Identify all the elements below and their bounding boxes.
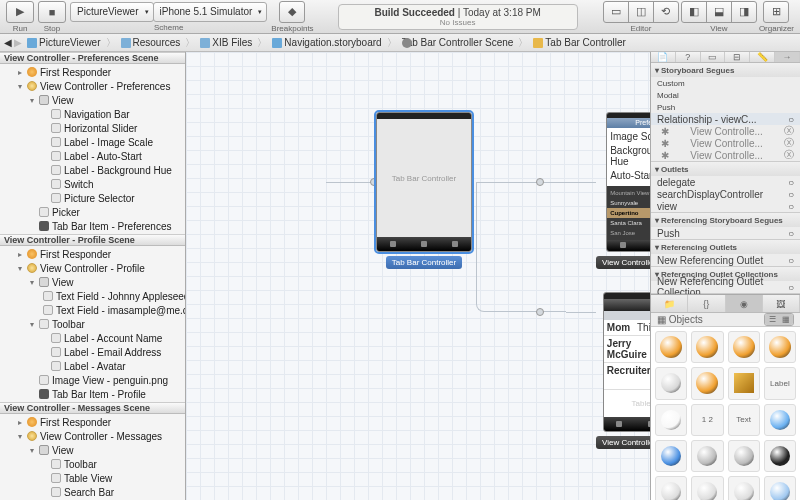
outline-row[interactable]: Search Bar [0, 485, 185, 499]
scene-label[interactable]: View Controller - Messages [596, 436, 650, 449]
outline-row[interactable]: Text Field - Johnny Appleseed [0, 289, 185, 303]
library-item[interactable] [764, 404, 796, 436]
outline-row[interactable]: Label - Account Name [0, 331, 185, 345]
path-item[interactable]: PictureViewer [24, 37, 104, 48]
toggle-utilities-button[interactable]: ◨ [731, 1, 757, 23]
outline-row[interactable]: Horizontal Slider [0, 121, 185, 135]
preferences-phone[interactable]: Preferences Image Scale Background Hue A… [606, 112, 650, 252]
library-item[interactable] [655, 440, 687, 472]
toggle-debug-button[interactable]: ⬓ [706, 1, 732, 23]
library-grid[interactable]: Label1 2TextiAd [651, 327, 800, 500]
path-item[interactable]: XIB Files [197, 37, 255, 48]
preferences-scene[interactable]: Preferences Image Scale Background Hue A… [596, 112, 650, 269]
outlet-row[interactable]: view [657, 201, 677, 212]
assistant-editor-button[interactable]: ◫ [628, 1, 654, 23]
library-item[interactable] [655, 404, 687, 436]
standard-editor-button[interactable]: ▭ [603, 1, 629, 23]
outlet-row[interactable]: searchDisplayController [657, 189, 763, 200]
outline-row[interactable]: ▾View Controller - Messages [0, 429, 185, 443]
outline-row[interactable]: Label - Background Hue [0, 163, 185, 177]
outline-row[interactable]: ▾View Controller - Profile [0, 261, 185, 275]
size-inspector-tab[interactable]: 📏 [750, 52, 775, 62]
document-outline[interactable]: View Controller - Preferences Scene▸Firs… [0, 52, 186, 500]
library-item[interactable] [728, 440, 760, 472]
library-item[interactable]: Label [764, 367, 796, 399]
segue-row[interactable]: Push [651, 101, 800, 113]
path-item[interactable]: Tab Bar Controller Scene [399, 37, 517, 48]
outline-row[interactable]: Tab Bar Item - Preferences [0, 219, 185, 233]
outline-row[interactable]: Label - Avatar [0, 359, 185, 373]
organizer-button[interactable]: ⊞ [763, 1, 789, 23]
outline-row[interactable]: ▸First Responder [0, 415, 185, 429]
outline-row[interactable]: Switch [0, 177, 185, 191]
back-button[interactable]: ◀ [4, 37, 12, 48]
outlet-row[interactable]: delegate [657, 177, 695, 188]
library-item[interactable] [691, 367, 723, 399]
library-item[interactable] [691, 476, 723, 500]
media-tab[interactable]: 🖼 [763, 295, 800, 312]
connections-inspector-tab[interactable]: → [775, 52, 800, 62]
messages-scene[interactable]: MomThis Morning Jerry McGuireThis Mornin… [596, 292, 650, 449]
outline-row[interactable]: ▸First Responder [0, 65, 185, 79]
segue-row[interactable]: Custom [651, 77, 800, 89]
library-item[interactable]: Text [728, 404, 760, 436]
library-item[interactable] [764, 440, 796, 472]
scheme-project-dropdown[interactable]: PictureViewer [70, 2, 154, 22]
attributes-inspector-tab[interactable]: ⊟ [725, 52, 750, 62]
outline-row[interactable]: ▾View [0, 275, 185, 289]
outline-row[interactable]: Picker [0, 205, 185, 219]
toggle-navigator-button[interactable]: ◧ [681, 1, 707, 23]
ref-segue-row[interactable]: Push [657, 228, 680, 239]
scene-header[interactable]: View Controller - Messages Scene [0, 402, 185, 414]
path-item[interactable]: Tab Bar Controller [530, 37, 629, 48]
segues-header[interactable]: Storyboard Segues [651, 63, 800, 77]
outline-row[interactable]: Image View - penguin.png [0, 373, 185, 387]
library-item[interactable] [691, 331, 723, 363]
scene-header[interactable]: View Controller - Preferences Scene [0, 52, 185, 64]
library-item[interactable] [728, 367, 760, 399]
objects-tab[interactable]: ◉ [726, 295, 763, 312]
outline-row[interactable]: ▾View [0, 93, 185, 107]
outline-row[interactable]: ▸First Responder [0, 247, 185, 261]
ref-outlets-header[interactable]: Referencing Outlets [651, 240, 800, 254]
tabbar-controller-scene[interactable]: Tab Bar Controller Tab Bar Controller [376, 112, 472, 269]
library-item[interactable] [728, 476, 760, 500]
outline-row[interactable]: Tab Bar Item - Profile [0, 387, 185, 401]
path-item[interactable]: Resources [118, 37, 184, 48]
help-inspector-tab[interactable]: ? [676, 52, 701, 62]
stop-button[interactable]: ■ [38, 1, 66, 23]
outline-row[interactable]: ▾View Controller - Preferences [0, 79, 185, 93]
tabbar-phone[interactable]: Tab Bar Controller [376, 112, 472, 252]
outline-row[interactable]: Toolbar [0, 457, 185, 471]
outline-row[interactable]: Label - Email Address [0, 345, 185, 359]
segue-target[interactable]: View Controlle... [690, 150, 763, 161]
version-editor-button[interactable]: ⟲ [653, 1, 679, 23]
outline-row[interactable]: Picture Selector [0, 191, 185, 205]
view-mode-segment[interactable]: ☰▦ [764, 313, 794, 326]
segue-rel-row[interactable]: Relationship - viewC... [657, 114, 756, 125]
storyboard-canvas[interactable]: Tab Bar Controller Tab Bar Controller Pr… [186, 52, 650, 500]
outline-row[interactable]: Label - Auto-Start [0, 149, 185, 163]
scene-header[interactable]: View Controller - Profile Scene [0, 234, 185, 246]
ref-outlet-row[interactable]: New Referencing Outlet [657, 255, 763, 266]
file-templates-tab[interactable]: 📁 [651, 295, 688, 312]
scene-label[interactable]: View Controller - Preferences [596, 256, 650, 269]
breakpoints-button[interactable]: ◆ [279, 1, 305, 23]
messages-phone[interactable]: MomThis Morning Jerry McGuireThis Mornin… [603, 292, 650, 432]
run-button[interactable]: ▶ [6, 1, 34, 23]
outline-row[interactable]: Text Field - imasample@me.com [0, 303, 185, 317]
library-item[interactable] [764, 331, 796, 363]
outline-row[interactable]: Label - Image Scale [0, 135, 185, 149]
ref-segues-header[interactable]: Referencing Storyboard Segues [651, 213, 800, 227]
path-item[interactable]: Navigation.storyboard [269, 37, 384, 48]
forward-button[interactable]: ▶ [14, 37, 22, 48]
file-inspector-tab[interactable]: 📄 [651, 52, 676, 62]
scheme-target-dropdown[interactable]: iPhone 5.1 Simulator [153, 2, 268, 22]
outline-row[interactable]: ▾View [0, 443, 185, 457]
outlets-header[interactable]: Outlets [651, 162, 800, 176]
segue-node[interactable] [536, 308, 544, 316]
library-item[interactable] [655, 367, 687, 399]
segue-node[interactable] [536, 178, 544, 186]
scene-label[interactable]: Tab Bar Controller [386, 256, 462, 269]
segue-target[interactable]: View Controlle... [690, 138, 763, 149]
